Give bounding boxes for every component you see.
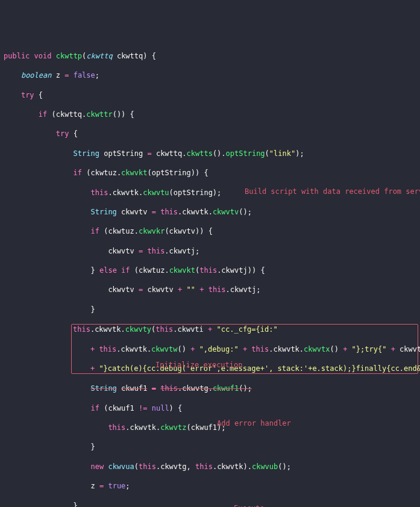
annotation-execute: Execute: [234, 503, 265, 507]
annotation-initialize: Initialize execution: [155, 360, 243, 370]
code-line: }: [0, 501, 420, 507]
annotation-build-script: Build script with data received from ser…: [245, 187, 420, 196]
code-line: if (ckwtuz.ckwvkt(optString)) {: [0, 168, 420, 178]
code-line: try {: [0, 129, 420, 138]
code-line: } else if (ckwtuz.ckwvkt(this.ckwvtj)) {: [0, 266, 420, 275]
code-line: String optString = ckwttq.ckwtts().optSt…: [0, 149, 420, 158]
code-line: ckwvtv = ckwvtv + "" + this.ckwvtj;: [0, 285, 420, 294]
code-line: try {: [0, 90, 420, 100]
code-line: + "}catch(e){cc.debug('error',e.message+…: [72, 364, 418, 373]
code-line: String ckwvtv = this.ckwvtk.ckwvtv();: [0, 207, 420, 217]
code-line: String ckwuf1 = this.ckwvtg.ckwuf1();: [0, 384, 420, 393]
code-line: + this.ckwvtk.ckwvtw() + ",debug:" + thi…: [72, 344, 418, 354]
code-line: z = true;: [0, 481, 420, 491]
code-line: this.ckwvtk.ckwvty(this.ckwvti + "cc._cf…: [72, 325, 418, 334]
code-line: this.ckwvtk.ckwvtz(ckwuf1);: [0, 423, 420, 432]
code-screenshot: { "annotations": { "a1": "Build script w…: [0, 12, 420, 507]
code-line: if (ckwtuz.ckwvkr(ckwvtv)) {: [0, 226, 420, 236]
code-line: if (ckwuf1 != null) {: [0, 403, 420, 413]
code-line: public void ckwttp(ckwttq ckwttq) {: [0, 51, 420, 61]
highlight-box-1: this.ckwvtk.ckwvty(this.ckwvti + "cc._cf…: [71, 324, 418, 374]
code-line: }: [0, 442, 420, 452]
annotation-error-handler: Add error handler: [217, 418, 291, 428]
code-line: new ckwvua(this.ckwvtg, this.ckwvtk).ckw…: [0, 462, 420, 471]
code-line: ckwvtv = this.ckwvtj;: [0, 246, 420, 256]
code-line: boolean z = false;: [0, 70, 420, 80]
code-line: if (ckwttq.ckwttr()) {: [0, 110, 420, 119]
code-line: }: [0, 305, 420, 314]
